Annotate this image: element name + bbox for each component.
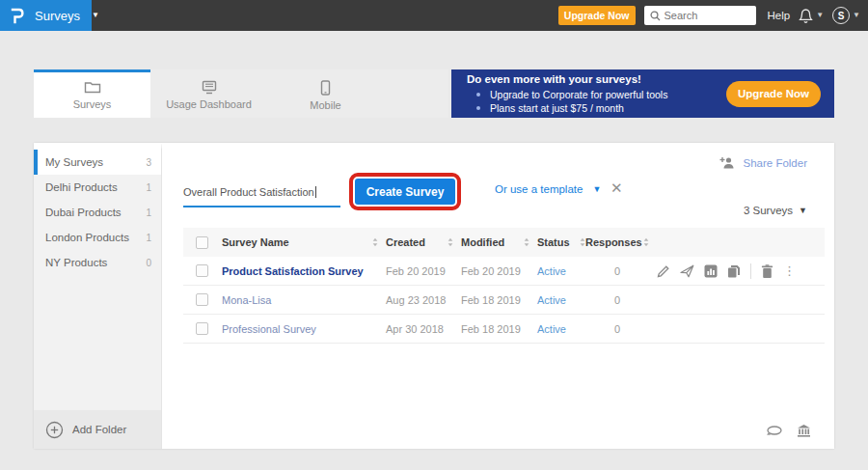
folder-count: 1 [146,182,151,193]
folder-sidebar: My Surveys 3 Delhi Products 1 Dubai Prod… [34,143,162,449]
tab-label: Surveys [73,98,112,110]
table-row: Mona-Lisa Aug 23 2018 Feb 18 2019 Active… [183,286,825,315]
tab-label: Mobile [310,99,340,111]
folder-count: 3 [146,157,151,168]
table-header: Survey Name Created Modified [183,228,825,257]
select-all-checkbox[interactable] [196,236,208,249]
survey-name-input[interactable]: Overall Product Satisfaction [183,180,340,207]
surveys-table: Survey Name Created Modified [183,228,825,344]
sidebar-item-dubai-products[interactable]: Dubai Products 1 [34,200,161,225]
dashboard-icon [201,80,218,95]
sidebar-item-ny-products[interactable]: NY Products 0 [34,250,161,275]
account-menu[interactable]: S ▼ [832,7,860,24]
folder-count: 0 [146,258,151,268]
row-checkbox[interactable] [196,264,208,277]
sort-icon[interactable] [524,237,529,247]
table-row: Product Satisfaction Survey Feb 20 2019 … [183,257,825,286]
folder-count: 1 [146,207,151,218]
sidebar-item-delhi-products[interactable]: Delhi Products 1 [34,175,161,200]
sidebar-item-my-surveys[interactable]: My Surveys 3 [34,150,161,175]
edit-icon[interactable] [657,264,670,278]
banner-bullet: Plans start at just $75 / month [467,101,667,115]
tab-label: Usage Dashboard [166,98,252,110]
sidebar-item-london-products[interactable]: London Products 1 [34,225,161,250]
sync-icon[interactable] [766,425,783,436]
survey-name-link[interactable]: Mona-Lisa [222,294,271,306]
app-logo-menu[interactable]: Surveys ▼ [0,0,92,31]
upsell-banner: Do even more with your surveys! Upgrade … [451,69,834,118]
upgrade-now-button[interactable]: Upgrade Now [558,6,636,25]
folder-icon [84,80,101,95]
divider [750,263,751,279]
tab-surveys[interactable]: Surveys [34,69,150,118]
status-link[interactable]: Active [537,265,566,277]
archive-icon[interactable] [797,424,811,437]
notifications-menu[interactable]: ▼ [799,8,824,24]
row-checkbox[interactable] [196,322,208,335]
banner-bullet: Upgrade to Corporate for powerful tools [467,88,667,101]
bell-icon [799,8,813,24]
surveys-count-dropdown[interactable]: 3 Surveys ▼ [744,205,807,216]
row-checkbox[interactable] [196,293,208,306]
sort-icon[interactable] [372,237,378,247]
col-responses: Responses [585,236,642,248]
close-icon[interactable]: ✕ [610,180,623,197]
survey-name-link[interactable]: Professional Survey [222,323,316,335]
chevron-down-icon: ▼ [592,184,601,194]
tab-mobile[interactable]: Mobile [267,69,384,118]
status-link[interactable]: Active [537,294,566,306]
table-row: Professional Survey Apr 30 2018 Feb 18 2… [183,315,825,344]
col-modified: Modified [461,236,504,248]
col-created: Created [386,236,425,248]
survey-name-link[interactable]: Product Satisfaction Survey [222,265,364,277]
banner-title: Do even more with your surveys! [467,73,667,85]
text-cursor [315,186,316,198]
annotation-highlight: Create Survey [349,173,461,210]
add-folder-button[interactable]: Add Folder [34,410,161,449]
status-link[interactable]: Active [537,323,566,335]
chevron-down-icon: ▼ [799,206,807,215]
send-icon[interactable] [680,264,694,278]
report-icon[interactable] [704,264,718,278]
chevron-down-icon: ▼ [816,12,824,19]
folder-count: 1 [146,233,151,243]
sort-icon[interactable] [448,237,453,247]
delete-icon[interactable] [761,264,773,278]
search-icon [650,11,661,21]
add-person-icon [719,156,736,169]
create-survey-button[interactable]: Create Survey [355,179,455,205]
tabs-strip: Surveys Usage Dashboard Mobile [34,69,448,118]
logo-icon [10,7,25,25]
chevron-down-icon: ▼ [853,12,860,19]
col-status: Status [537,236,570,248]
chevron-down-icon: ▼ [92,12,99,19]
avatar: S [832,7,850,24]
share-folder-link[interactable]: Share Folder [719,156,807,169]
add-folder-label: Add Folder [72,424,126,435]
sort-icon[interactable] [643,237,649,247]
col-survey-name: Survey Name [222,236,289,248]
help-link[interactable]: Help [768,10,791,21]
mobile-icon [320,80,331,96]
plus-circle-icon [45,421,64,439]
app-menu-label: Surveys [35,9,80,23]
banner-upgrade-button[interactable]: Upgrade Now [726,81,821,107]
use-template-link[interactable]: Or use a template ▼ [495,183,601,195]
tab-usage-dashboard[interactable]: Usage Dashboard [150,69,267,118]
search-input[interactable] [665,10,750,21]
survey-list-panel: Share Folder Overall Product Satisfactio… [162,143,834,449]
copy-icon[interactable] [727,264,741,278]
more-actions-icon[interactable]: ⋮ [783,264,796,277]
search-box[interactable] [644,6,756,25]
topbar: Surveys ▼ Upgrade Now Help ▼ S ▼ [0,0,868,31]
